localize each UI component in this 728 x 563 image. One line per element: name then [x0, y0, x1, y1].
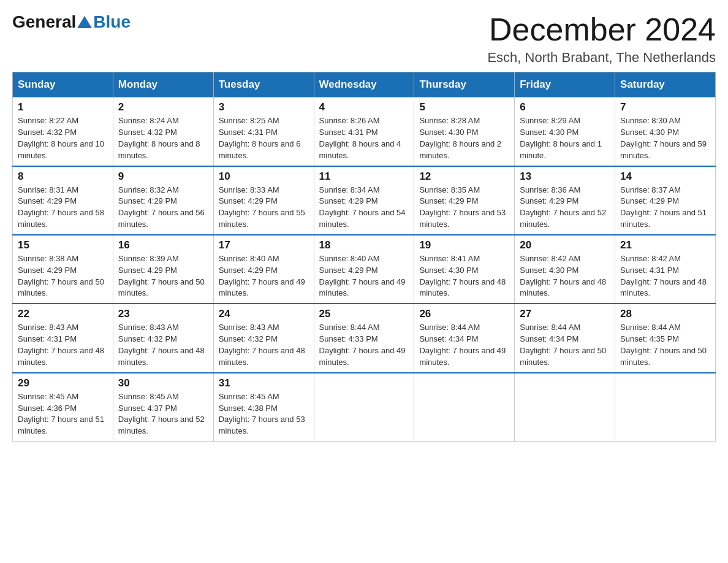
day-number: 5 [419, 101, 509, 113]
day-info: Sunrise: 8:44 AMSunset: 4:34 PMDaylight:… [419, 322, 509, 368]
day-number: 17 [219, 239, 309, 251]
day-number: 2 [118, 101, 208, 113]
calendar-day-cell [515, 373, 615, 442]
calendar-day-cell: 23Sunrise: 8:43 AMSunset: 4:32 PMDayligh… [113, 304, 213, 372]
day-number: 30 [118, 377, 208, 389]
day-info: Sunrise: 8:39 AMSunset: 4:29 PMDaylight:… [118, 253, 208, 299]
day-info: Sunrise: 8:35 AMSunset: 4:29 PMDaylight:… [419, 185, 509, 231]
day-number: 21 [620, 239, 710, 251]
calendar-day-cell: 28Sunrise: 8:44 AMSunset: 4:35 PMDayligh… [615, 304, 716, 372]
day-info: Sunrise: 8:34 AMSunset: 4:29 PMDaylight:… [319, 185, 409, 231]
day-number: 29 [18, 377, 108, 389]
day-info: Sunrise: 8:26 AMSunset: 4:31 PMDaylight:… [319, 115, 409, 161]
day-info: Sunrise: 8:44 AMSunset: 4:34 PMDaylight:… [520, 322, 610, 368]
calendar-day-cell: 17Sunrise: 8:40 AMSunset: 4:29 PMDayligh… [213, 235, 314, 304]
calendar-table: SundayMondayTuesdayWednesdayThursdayFrid… [12, 72, 716, 442]
day-info: Sunrise: 8:40 AMSunset: 4:29 PMDaylight:… [319, 253, 409, 299]
calendar-day-cell: 9Sunrise: 8:32 AMSunset: 4:29 PMDaylight… [113, 166, 213, 235]
day-info: Sunrise: 8:43 AMSunset: 4:32 PMDaylight:… [219, 322, 309, 368]
calendar-day-cell: 6Sunrise: 8:29 AMSunset: 4:30 PMDaylight… [515, 98, 615, 166]
calendar-week-row: 15Sunrise: 8:38 AMSunset: 4:29 PMDayligh… [13, 235, 716, 304]
day-info: Sunrise: 8:36 AMSunset: 4:29 PMDaylight:… [520, 185, 610, 231]
calendar-day-cell: 5Sunrise: 8:28 AMSunset: 4:30 PMDaylight… [414, 98, 515, 166]
logo-general-text: General [12, 12, 76, 32]
calendar-day-cell: 11Sunrise: 8:34 AMSunset: 4:29 PMDayligh… [314, 166, 414, 235]
calendar-day-cell: 4Sunrise: 8:26 AMSunset: 4:31 PMDaylight… [314, 98, 414, 166]
day-info: Sunrise: 8:43 AMSunset: 4:31 PMDaylight:… [18, 322, 108, 368]
day-info: Sunrise: 8:45 AMSunset: 4:36 PMDaylight:… [18, 391, 108, 437]
calendar-header-row: SundayMondayTuesdayWednesdayThursdayFrid… [13, 72, 716, 98]
day-number: 7 [620, 101, 710, 113]
day-info: Sunrise: 8:44 AMSunset: 4:35 PMDaylight:… [620, 322, 710, 368]
day-number: 1 [18, 101, 108, 113]
calendar-day-cell: 25Sunrise: 8:44 AMSunset: 4:33 PMDayligh… [314, 304, 414, 372]
calendar-day-cell: 3Sunrise: 8:25 AMSunset: 4:31 PMDaylight… [213, 98, 314, 166]
month-title: December 2024 [487, 12, 716, 47]
day-number: 31 [219, 377, 309, 389]
calendar-day-cell: 16Sunrise: 8:39 AMSunset: 4:29 PMDayligh… [113, 235, 213, 304]
day-number: 16 [118, 239, 208, 251]
page-header: General Blue December 2024 Esch, North B… [12, 12, 716, 66]
calendar-header-wednesday: Wednesday [314, 72, 414, 98]
day-number: 14 [620, 170, 710, 183]
day-number: 22 [18, 308, 108, 320]
day-number: 19 [419, 239, 509, 251]
calendar-day-cell [414, 373, 515, 442]
calendar-day-cell: 15Sunrise: 8:38 AMSunset: 4:29 PMDayligh… [13, 235, 113, 304]
day-info: Sunrise: 8:40 AMSunset: 4:29 PMDaylight:… [219, 253, 309, 299]
day-number: 3 [219, 101, 309, 113]
calendar-day-cell: 24Sunrise: 8:43 AMSunset: 4:32 PMDayligh… [213, 304, 314, 372]
day-number: 24 [219, 308, 309, 320]
calendar-day-cell: 7Sunrise: 8:30 AMSunset: 4:30 PMDaylight… [615, 98, 716, 166]
day-info: Sunrise: 8:25 AMSunset: 4:31 PMDaylight:… [219, 115, 309, 161]
day-number: 28 [620, 308, 710, 320]
day-info: Sunrise: 8:33 AMSunset: 4:29 PMDaylight:… [219, 185, 309, 231]
day-info: Sunrise: 8:32 AMSunset: 4:29 PMDaylight:… [118, 185, 208, 231]
day-info: Sunrise: 8:45 AMSunset: 4:37 PMDaylight:… [118, 391, 208, 437]
day-number: 13 [520, 170, 610, 183]
day-info: Sunrise: 8:28 AMSunset: 4:30 PMDaylight:… [419, 115, 509, 161]
calendar-day-cell: 31Sunrise: 8:45 AMSunset: 4:38 PMDayligh… [213, 373, 314, 442]
calendar-day-cell: 30Sunrise: 8:45 AMSunset: 4:37 PMDayligh… [113, 373, 213, 442]
calendar-day-cell: 12Sunrise: 8:35 AMSunset: 4:29 PMDayligh… [414, 166, 515, 235]
calendar-week-row: 22Sunrise: 8:43 AMSunset: 4:31 PMDayligh… [13, 304, 716, 372]
day-number: 27 [520, 308, 610, 320]
calendar-week-row: 8Sunrise: 8:31 AMSunset: 4:29 PMDaylight… [13, 166, 716, 235]
calendar-header-tuesday: Tuesday [213, 72, 314, 98]
calendar-day-cell: 26Sunrise: 8:44 AMSunset: 4:34 PMDayligh… [414, 304, 515, 372]
calendar-header-saturday: Saturday [615, 72, 716, 98]
day-number: 26 [419, 308, 509, 320]
day-number: 18 [319, 239, 409, 251]
day-info: Sunrise: 8:24 AMSunset: 4:32 PMDaylight:… [118, 115, 208, 161]
location-subtitle: Esch, North Brabant, The Netherlands [487, 50, 716, 66]
calendar-day-cell: 13Sunrise: 8:36 AMSunset: 4:29 PMDayligh… [515, 166, 615, 235]
calendar-day-cell: 10Sunrise: 8:33 AMSunset: 4:29 PMDayligh… [213, 166, 314, 235]
calendar-header-sunday: Sunday [13, 72, 113, 98]
calendar-day-cell: 22Sunrise: 8:43 AMSunset: 4:31 PMDayligh… [13, 304, 113, 372]
day-number: 8 [18, 170, 108, 183]
day-number: 12 [419, 170, 509, 183]
day-info: Sunrise: 8:44 AMSunset: 4:33 PMDaylight:… [319, 322, 409, 368]
day-number: 11 [319, 170, 409, 183]
calendar-day-cell [615, 373, 716, 442]
day-info: Sunrise: 8:37 AMSunset: 4:29 PMDaylight:… [620, 185, 710, 231]
calendar-day-cell: 14Sunrise: 8:37 AMSunset: 4:29 PMDayligh… [615, 166, 716, 235]
day-info: Sunrise: 8:22 AMSunset: 4:32 PMDaylight:… [18, 115, 108, 161]
calendar-day-cell: 29Sunrise: 8:45 AMSunset: 4:36 PMDayligh… [13, 373, 113, 442]
day-number: 9 [118, 170, 208, 183]
calendar-week-row: 29Sunrise: 8:45 AMSunset: 4:36 PMDayligh… [13, 373, 716, 442]
day-info: Sunrise: 8:42 AMSunset: 4:30 PMDaylight:… [520, 253, 610, 299]
day-number: 6 [520, 101, 610, 113]
calendar-header-friday: Friday [515, 72, 615, 98]
day-info: Sunrise: 8:41 AMSunset: 4:30 PMDaylight:… [419, 253, 509, 299]
day-info: Sunrise: 8:29 AMSunset: 4:30 PMDaylight:… [520, 115, 610, 161]
calendar-day-cell: 18Sunrise: 8:40 AMSunset: 4:29 PMDayligh… [314, 235, 414, 304]
day-number: 20 [520, 239, 610, 251]
logo-blue-text: Blue [93, 12, 131, 32]
day-number: 15 [18, 239, 108, 251]
calendar-day-cell: 19Sunrise: 8:41 AMSunset: 4:30 PMDayligh… [414, 235, 515, 304]
day-number: 10 [219, 170, 309, 183]
calendar-day-cell [314, 373, 414, 442]
calendar-day-cell: 27Sunrise: 8:44 AMSunset: 4:34 PMDayligh… [515, 304, 615, 372]
logo: General Blue [12, 12, 131, 32]
